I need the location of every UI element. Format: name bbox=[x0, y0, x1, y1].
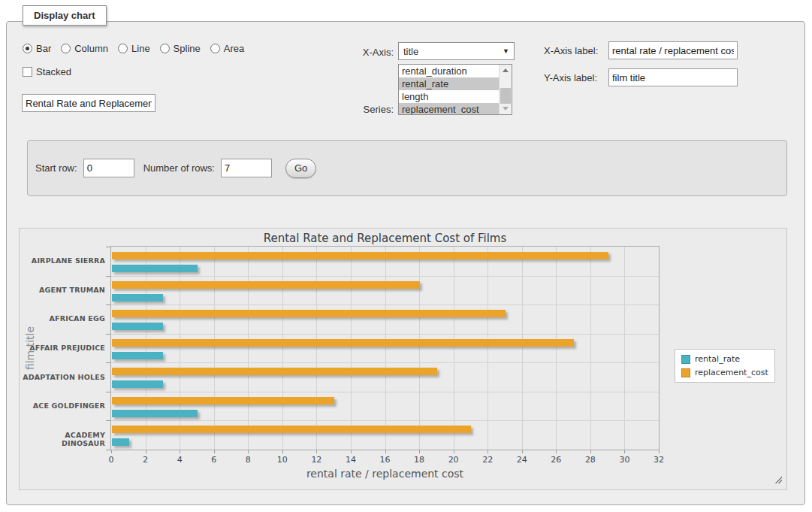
y-axis-title: film title bbox=[24, 326, 36, 370]
x-axis-tick-label: 16 bbox=[370, 455, 400, 465]
x-axis-label-input[interactable] bbox=[608, 41, 738, 59]
y-axis-tick bbox=[106, 276, 110, 277]
grid-line-vertical bbox=[180, 247, 180, 450]
grid-line-horizontal bbox=[111, 304, 659, 305]
x-axis-title: rental rate / replacement cost bbox=[111, 468, 659, 480]
x-axis-tick-label: 24 bbox=[507, 455, 537, 465]
legend-item-rental_rate[interactable]: rental_rate bbox=[681, 354, 768, 364]
page: Display chart BarColumnLineSplineArea St… bbox=[0, 0, 812, 512]
bar-replacement_cost bbox=[112, 339, 574, 347]
bar-rental_rate bbox=[112, 352, 163, 359]
grid-line-vertical bbox=[385, 247, 386, 450]
bar-replacement_cost bbox=[112, 397, 334, 404]
bar-rental_rate bbox=[112, 294, 163, 301]
scroll-up-button[interactable] bbox=[500, 65, 512, 76]
radio-icon[interactable] bbox=[118, 44, 128, 53]
x-axis-select-label: X-Axis: bbox=[346, 47, 394, 58]
series-scrollbar[interactable] bbox=[499, 65, 512, 114]
legend-label: replacement_cost bbox=[695, 368, 768, 377]
series-listbox[interactable]: rental_durationrental_ratelengthreplacem… bbox=[398, 64, 512, 115]
radio-icon[interactable] bbox=[210, 44, 220, 53]
grid-line-vertical bbox=[454, 247, 454, 450]
scroll-down-button[interactable] bbox=[500, 103, 512, 114]
x-axis-tick bbox=[385, 450, 386, 453]
chart-title-input[interactable] bbox=[22, 94, 155, 112]
x-axis-tick-label: 4 bbox=[165, 455, 195, 465]
bar-replacement_cost bbox=[112, 252, 608, 259]
bar-rental_rate bbox=[112, 410, 198, 417]
x-axis-tick-label: 14 bbox=[336, 455, 366, 465]
grid-line-vertical bbox=[214, 247, 215, 450]
x-axis-tick bbox=[214, 450, 215, 453]
legend-item-replacement_cost[interactable]: replacement_cost bbox=[681, 368, 768, 377]
chart-type-option-area[interactable]: Area bbox=[210, 43, 244, 54]
grid-line-vertical bbox=[146, 247, 146, 450]
grid-line-vertical bbox=[488, 247, 488, 450]
chart-type-option-bar[interactable]: Bar bbox=[23, 43, 51, 54]
category-label: AGENT TRUMAN bbox=[20, 286, 105, 294]
y-axis-tick bbox=[106, 362, 110, 363]
stacked-option[interactable]: Stacked bbox=[23, 66, 71, 77]
series-listbox-options: rental_durationrental_ratelengthreplacem… bbox=[399, 65, 512, 115]
radio-option-label: Line bbox=[131, 43, 150, 54]
x-axis-tick-label: 20 bbox=[439, 455, 469, 465]
scrollbar-thumb[interactable] bbox=[500, 88, 511, 104]
x-axis-tick bbox=[522, 450, 523, 453]
x-axis-tick-label: 26 bbox=[541, 455, 571, 465]
grid-line-horizontal bbox=[111, 420, 659, 421]
x-axis-tick bbox=[659, 450, 660, 453]
grid-line-horizontal bbox=[111, 276, 659, 277]
fieldset-legend: Display chart bbox=[23, 5, 107, 26]
bar-replacement_cost bbox=[112, 281, 420, 289]
y-axis-tick bbox=[106, 334, 110, 335]
bar-rental_rate bbox=[112, 323, 163, 330]
chart-title: Rental Rate and Replacement Cost of Film… bbox=[111, 232, 659, 245]
radio-icon[interactable] bbox=[23, 44, 32, 53]
x-axis-tick bbox=[282, 450, 283, 453]
grid-line-vertical bbox=[351, 247, 352, 450]
grid-line-vertical bbox=[590, 247, 591, 450]
series-option-rental_rate[interactable]: rental_rate bbox=[399, 77, 500, 90]
x-axis-tick bbox=[351, 450, 352, 453]
category-label: ADAPTATION HOLES bbox=[20, 373, 105, 381]
radio-icon[interactable] bbox=[61, 44, 71, 53]
x-axis-tick-label: 28 bbox=[575, 455, 605, 465]
chart-type-option-column[interactable]: Column bbox=[61, 43, 108, 54]
series-option-length[interactable]: length bbox=[399, 90, 500, 103]
radio-icon[interactable] bbox=[160, 44, 170, 53]
number-of-rows-label: Number of rows: bbox=[143, 162, 215, 174]
chart: Rental Rate and Replacement Cost of Film… bbox=[19, 228, 787, 490]
series-option-replacement_cost[interactable]: replacement_cost bbox=[399, 103, 500, 115]
resize-handle-icon[interactable] bbox=[774, 475, 782, 483]
category-label: ACE GOLDFINGER bbox=[20, 401, 105, 410]
x-axis-tick-label: 6 bbox=[199, 455, 229, 465]
arrow-down-icon bbox=[503, 107, 509, 111]
chart-type-option-line[interactable]: Line bbox=[118, 43, 150, 54]
legend-swatch bbox=[681, 368, 690, 377]
x-axis-tick bbox=[180, 450, 180, 453]
x-axis-select[interactable]: title ▼ bbox=[398, 42, 515, 60]
y-axis-tick bbox=[106, 304, 110, 305]
stacked-checkbox[interactable] bbox=[23, 67, 32, 77]
x-axis-tick bbox=[419, 450, 420, 453]
x-axis-tick bbox=[111, 450, 112, 453]
go-button[interactable]: Go bbox=[285, 159, 316, 178]
number-of-rows-input[interactable] bbox=[221, 159, 272, 177]
chart-type-option-spline[interactable]: Spline bbox=[160, 43, 201, 54]
chart-type-radios: BarColumnLineSplineArea bbox=[23, 43, 244, 54]
chevron-down-icon: ▼ bbox=[503, 47, 509, 55]
grid-line-horizontal bbox=[111, 334, 659, 335]
radio-option-label: Bar bbox=[36, 43, 51, 54]
y-axis-label-input[interactable] bbox=[608, 68, 738, 86]
category-label: ACADEMY DINOSAUR bbox=[20, 431, 105, 447]
x-axis-tick-label: 8 bbox=[233, 455, 263, 465]
y-axis-tick bbox=[106, 420, 110, 421]
grid-line-vertical bbox=[282, 247, 283, 450]
series-option-rental_duration[interactable]: rental_duration bbox=[399, 65, 500, 77]
start-row-input[interactable] bbox=[83, 159, 134, 177]
x-axis-tick bbox=[488, 450, 488, 453]
x-axis-tick bbox=[248, 450, 249, 453]
x-axis-tick bbox=[624, 450, 625, 453]
bar-rental_rate bbox=[112, 380, 163, 388]
bar-replacement_cost bbox=[112, 310, 506, 317]
